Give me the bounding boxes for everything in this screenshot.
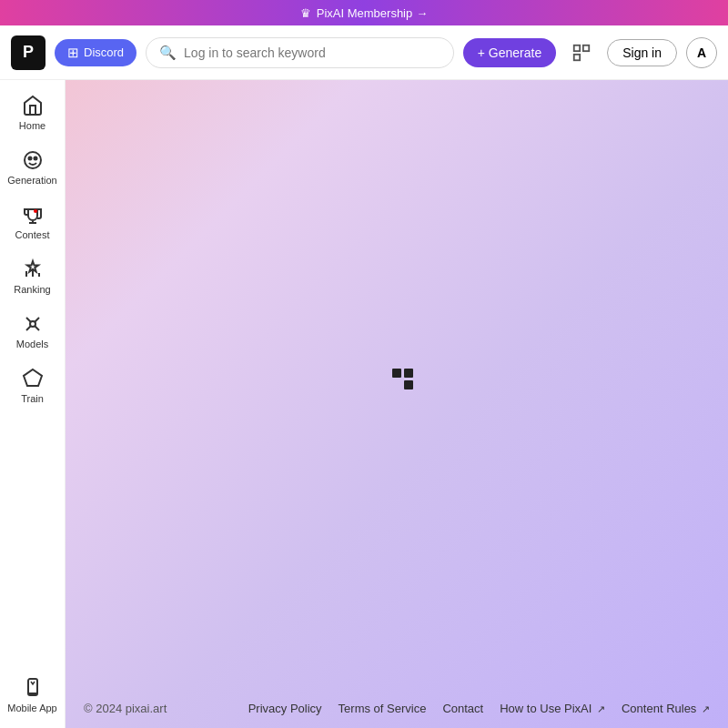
dot-1-3 — [404, 369, 413, 378]
discord-label: Discord — [84, 46, 124, 59]
banner-arrow: → — [416, 6, 428, 20]
dot-3-2 — [392, 392, 401, 401]
external-link-icon: ↗ — [597, 703, 605, 715]
view-icon — [571, 43, 592, 63]
privacy-policy-link[interactable]: Privacy Policy — [248, 702, 322, 715]
svg-marker-15 — [24, 369, 42, 386]
sidebar-ranking-label: Ranking — [14, 284, 50, 295]
sidebar-home-label: Home — [19, 120, 46, 131]
dot-1-2 — [392, 369, 401, 378]
footer: © 2024 pixai.art Privacy Policy Terms of… — [66, 689, 728, 728]
sidebar-item-ranking[interactable]: Ranking — [4, 251, 62, 302]
banner-text: PixAI Membership — [317, 6, 412, 20]
content-rules-link[interactable]: Content Rules ↗ — [622, 702, 710, 715]
terms-of-service-link[interactable]: Terms of Service — [339, 702, 427, 715]
sign-in-button[interactable]: Sign in — [607, 39, 677, 66]
external-link-icon-2: ↗ — [702, 703, 710, 715]
sidebar-models-label: Models — [16, 339, 48, 349]
sidebar-item-mobile[interactable]: Mobile App — [4, 670, 62, 721]
logo-label: P — [23, 43, 34, 62]
crown-icon: ♛ — [300, 6, 311, 20]
sidebar-item-contest[interactable]: Contest — [4, 197, 62, 248]
svg-point-3 — [25, 152, 41, 168]
mobile-icon — [22, 677, 44, 699]
sidebar-item-train[interactable]: Train — [4, 360, 62, 411]
discord-icon: ⊞ — [67, 45, 79, 61]
dot-3-1 — [380, 392, 389, 401]
search-icon: 🔍 — [159, 45, 177, 61]
sidebar-generation-label: Generation — [7, 175, 56, 186]
sidebar-item-models[interactable]: Models — [4, 306, 62, 357]
palette-icon — [22, 149, 44, 171]
how-to-use-link[interactable]: How to Use PixAI ↗ — [500, 702, 605, 715]
lang-icon: A — [697, 46, 706, 60]
generate-button[interactable]: + Generate — [463, 38, 556, 67]
search-input[interactable] — [184, 46, 440, 60]
sidebar-contest-label: Contest — [15, 229, 50, 240]
loading-indicator — [380, 369, 413, 401]
header: P ⊞ Discord 🔍 + Generate Sign in A — [0, 25, 728, 80]
how-to-use-label: How to Use PixAI — [500, 702, 592, 715]
discord-button[interactable]: ⊞ Discord — [55, 39, 136, 66]
sidebar-item-generation[interactable]: Generation — [4, 142, 62, 193]
svg-point-4 — [28, 157, 31, 160]
copyright: © 2024 pixai.art — [84, 702, 167, 715]
sidebar-train-label: Train — [21, 393, 44, 404]
language-button[interactable]: A — [686, 37, 717, 68]
content-area — [66, 80, 728, 689]
svg-rect-0 — [574, 45, 580, 50]
content-rules-label: Content Rules — [622, 702, 696, 715]
main-layout: Home Generation Contest Ranking — [0, 80, 728, 728]
trophy-icon — [22, 204, 44, 226]
view-toggle-button[interactable] — [565, 36, 598, 69]
svg-point-5 — [34, 157, 36, 160]
main-content: © 2024 pixai.art Privacy Policy Terms of… — [66, 80, 728, 728]
contact-link[interactable]: Contact — [442, 702, 483, 715]
dot-2-3 — [404, 380, 413, 389]
dot-1-1 — [380, 369, 389, 378]
svg-rect-2 — [574, 54, 580, 59]
ranking-icon — [22, 258, 44, 280]
dot-3-3 — [404, 392, 413, 401]
membership-banner[interactable]: ♛ PixAI Membership → — [0, 0, 728, 25]
svg-point-14 — [30, 321, 35, 327]
footer-links: Privacy Policy Terms of Service Contact … — [248, 702, 710, 715]
sidebar: Home Generation Contest Ranking — [0, 80, 66, 728]
dot-2-1 — [380, 380, 389, 389]
svg-point-6 — [34, 209, 37, 213]
search-bar[interactable]: 🔍 — [146, 37, 454, 68]
generate-label: + Generate — [478, 46, 541, 60]
sidebar-mobile-label: Mobile App — [7, 703, 56, 713]
home-icon — [22, 95, 44, 116]
logo-button[interactable]: P — [11, 35, 46, 70]
sign-in-label: Sign in — [622, 46, 662, 60]
svg-rect-1 — [583, 45, 589, 50]
models-icon — [22, 313, 44, 335]
dot-2-2 — [392, 380, 401, 389]
sidebar-item-home[interactable]: Home — [4, 87, 62, 138]
diamond-icon — [22, 368, 44, 389]
